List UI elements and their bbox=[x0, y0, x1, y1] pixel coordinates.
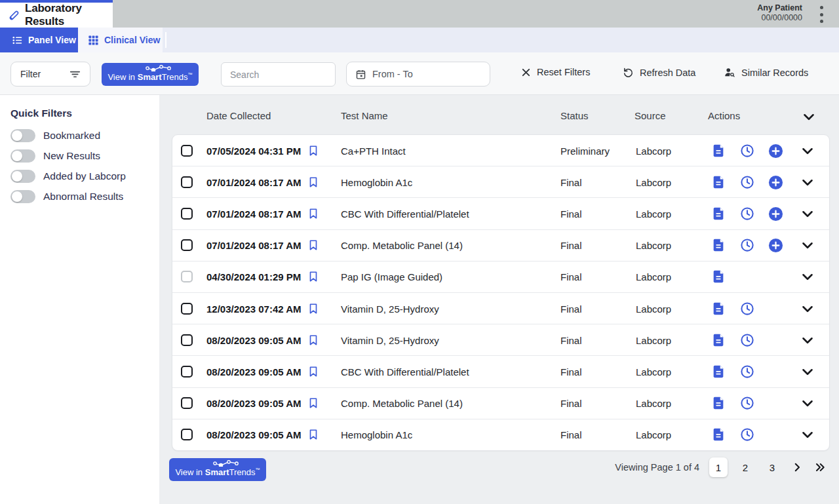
status-text: Final bbox=[560, 271, 582, 282]
history-clock-icon[interactable] bbox=[740, 333, 754, 347]
patient-dob: 00/00/0000 bbox=[757, 13, 802, 22]
refresh-data-button[interactable]: Refresh Data bbox=[623, 67, 695, 78]
bookmark-icon[interactable] bbox=[308, 176, 320, 188]
history-clock-icon[interactable] bbox=[740, 396, 754, 410]
row-checkbox[interactable] bbox=[181, 239, 193, 251]
history-clock-icon[interactable] bbox=[740, 301, 754, 316]
row-checkbox[interactable] bbox=[181, 145, 193, 157]
kebab-menu-icon[interactable] bbox=[817, 6, 826, 23]
row-checkbox[interactable] bbox=[181, 397, 193, 409]
row-expand-chevron-icon[interactable] bbox=[799, 268, 816, 285]
add-icon[interactable] bbox=[768, 144, 783, 158]
table-row: 04/30/2024 01:29 PM Pap IG (Image Guided… bbox=[172, 262, 829, 293]
page-number-button[interactable]: 1 bbox=[709, 457, 728, 477]
add-icon[interactable] bbox=[768, 175, 783, 189]
smarttrends-label: View in SmartTrends™ bbox=[102, 72, 199, 82]
refresh-icon bbox=[623, 67, 634, 78]
source-text: Labcorp bbox=[636, 398, 671, 409]
status-text: Final bbox=[560, 303, 582, 314]
bookmark-icon[interactable] bbox=[308, 397, 320, 409]
view-smarttrends-button-bottom[interactable]: View in SmartTrends™ bbox=[169, 458, 266, 481]
toggle-switch[interactable] bbox=[10, 190, 35, 203]
row-expand-chevron-icon[interactable] bbox=[799, 237, 816, 254]
history-clock-icon[interactable] bbox=[740, 144, 754, 158]
next-page-icon[interactable] bbox=[790, 460, 804, 475]
reset-filters-button[interactable]: Reset Filters bbox=[521, 67, 590, 77]
document-icon[interactable] bbox=[711, 364, 726, 379]
document-icon[interactable] bbox=[711, 269, 726, 284]
row-checkbox[interactable] bbox=[181, 366, 193, 378]
history-clock-icon[interactable] bbox=[740, 175, 754, 189]
collapse-all-chevron-icon[interactable] bbox=[800, 108, 817, 125]
row-checkbox[interactable] bbox=[181, 334, 193, 346]
date-range-input[interactable]: From - To bbox=[346, 62, 490, 87]
bookmark-icon[interactable] bbox=[308, 271, 320, 282]
row-expand-chevron-icon[interactable] bbox=[799, 142, 816, 159]
tab-clinical-view[interactable]: Clinical View bbox=[78, 28, 163, 52]
history-clock-icon[interactable] bbox=[740, 427, 754, 442]
table-row: 08/20/2023 09:05 AM Comp. Metabolic Pane… bbox=[172, 388, 829, 419]
trend-line-icon bbox=[146, 65, 173, 71]
toggle-switch[interactable] bbox=[10, 149, 35, 163]
similar-records-button[interactable]: Similar Records bbox=[724, 67, 808, 78]
history-clock-icon[interactable] bbox=[740, 364, 754, 379]
document-icon[interactable] bbox=[711, 427, 726, 442]
row-checkbox[interactable] bbox=[181, 303, 193, 315]
row-checkbox[interactable] bbox=[181, 208, 193, 220]
page-number-button[interactable]: 3 bbox=[763, 457, 781, 477]
trend-line-icon bbox=[213, 460, 241, 467]
row-checkbox[interactable] bbox=[181, 429, 193, 440]
document-icon[interactable] bbox=[711, 333, 726, 347]
bookmark-icon[interactable] bbox=[308, 145, 320, 157]
table-row: 08/20/2023 09:05 AM Hemoglobin A1c Final… bbox=[172, 419, 829, 450]
document-icon[interactable] bbox=[711, 206, 726, 221]
row-checkbox[interactable] bbox=[181, 176, 193, 188]
history-clock-icon[interactable] bbox=[740, 206, 754, 221]
quick-filter-row: Added by Labcorp bbox=[10, 169, 149, 184]
document-icon[interactable] bbox=[711, 396, 726, 410]
source-text: Labcorp bbox=[636, 176, 671, 187]
date-collected: 07/05/2024 04:31 PM bbox=[206, 145, 301, 156]
table-row: 08/20/2023 09:05 AM CBC With Differentia… bbox=[172, 356, 829, 387]
results-main: Date Collected Test Name Status Source A… bbox=[159, 95, 839, 504]
add-icon[interactable] bbox=[768, 206, 783, 221]
status-text: Final bbox=[560, 176, 582, 187]
toggle-switch[interactable] bbox=[10, 170, 35, 183]
row-expand-chevron-icon[interactable] bbox=[799, 332, 816, 349]
page-number-button[interactable]: 2 bbox=[736, 457, 754, 477]
document-icon[interactable] bbox=[711, 175, 726, 189]
tab-divider bbox=[165, 32, 166, 48]
date-collected: 07/01/2024 08:17 AM bbox=[206, 240, 302, 251]
test-name: CBC With Differential/Platelet bbox=[341, 366, 469, 378]
document-icon[interactable] bbox=[711, 144, 726, 158]
row-expand-chevron-icon[interactable] bbox=[799, 395, 816, 412]
search-input[interactable] bbox=[221, 62, 336, 87]
row-expand-chevron-icon[interactable] bbox=[799, 300, 816, 317]
bookmark-icon[interactable] bbox=[308, 366, 320, 378]
view-smarttrends-button-top[interactable]: View in SmartTrends™ bbox=[102, 63, 199, 86]
status-text: Final bbox=[560, 240, 582, 251]
source-text: Labcorp bbox=[636, 208, 671, 220]
row-expand-chevron-icon[interactable] bbox=[799, 363, 816, 380]
row-checkbox[interactable] bbox=[181, 271, 193, 282]
row-expand-chevron-icon[interactable] bbox=[799, 426, 816, 443]
history-clock-icon[interactable] bbox=[740, 238, 754, 252]
row-expand-chevron-icon[interactable] bbox=[799, 174, 816, 191]
quick-filter-row: New Results bbox=[10, 149, 149, 163]
tab-panel-view[interactable]: Panel View bbox=[0, 28, 78, 52]
top-bar: Laboratory Results Any Patient 00/00/000… bbox=[0, 0, 839, 28]
bookmark-icon[interactable] bbox=[308, 429, 320, 440]
add-icon[interactable] bbox=[768, 238, 783, 252]
bookmark-icon[interactable] bbox=[308, 239, 320, 251]
filter-dropdown[interactable]: Filter bbox=[10, 62, 90, 87]
last-page-icon[interactable] bbox=[813, 460, 827, 475]
bookmark-icon[interactable] bbox=[308, 303, 320, 315]
document-icon[interactable] bbox=[711, 238, 726, 252]
quick-filters-title: Quick Filters bbox=[10, 107, 149, 119]
bookmark-icon[interactable] bbox=[308, 334, 320, 346]
document-icon[interactable] bbox=[711, 301, 726, 316]
column-header-status: Status bbox=[560, 110, 589, 123]
row-expand-chevron-icon[interactable] bbox=[799, 205, 816, 222]
toggle-switch[interactable] bbox=[10, 129, 35, 142]
bookmark-icon[interactable] bbox=[308, 208, 320, 220]
